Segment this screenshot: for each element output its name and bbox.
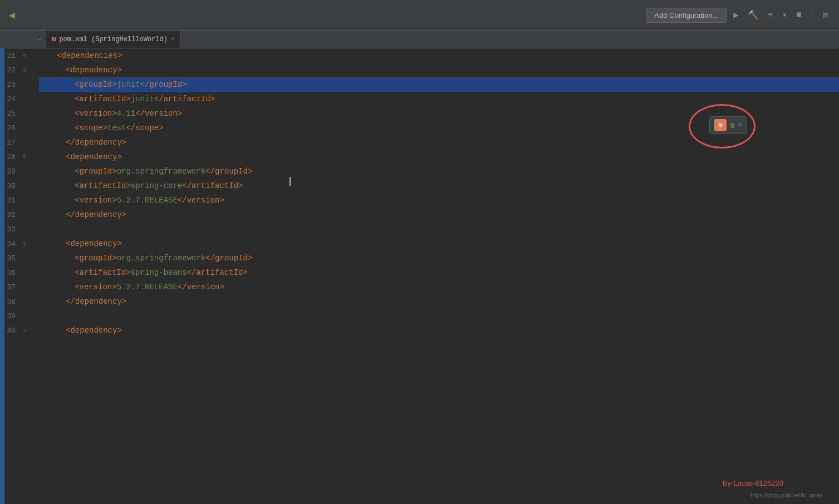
gutter-line-34: 34 ▽ (0, 236, 33, 251)
tab-bar: – m pom.xml (SpringHellloWorld) × (0, 31, 839, 48)
code-line-31[interactable]: <version>5.2.7.RELEASE</version> (39, 193, 839, 207)
maven-popup[interactable]: m ⚙ × (709, 116, 747, 134)
gutter-line-26: 26 (0, 121, 33, 135)
debug-dropdown-icon[interactable]: ▾ (780, 7, 790, 23)
gutter-line-32: 32 (0, 207, 33, 222)
code-line-36[interactable]: <artifactId>spring-beans</artifactId> (39, 265, 839, 280)
gutter-line-29: 29 (0, 164, 33, 179)
code-line-39[interactable] (39, 309, 839, 323)
run-icon[interactable]: ▶ (731, 7, 741, 23)
fold-icon-21[interactable]: ▽ (20, 52, 29, 59)
build-icon[interactable]: 🔨 (745, 7, 761, 23)
gutter-line-40: 40 ▽ (0, 323, 33, 338)
gutter-line-25: 25 (0, 106, 33, 121)
maven-icon: m (714, 119, 727, 131)
coverage-icon[interactable]: ☂ (766, 7, 776, 23)
editor-area: 21 ▽ 22 ▽ 23 24 25 26 27 28 ▽ 29 30 31 3… (0, 48, 839, 504)
gutter-line-39: 39 (0, 309, 33, 323)
tab-close-button[interactable]: × (171, 36, 174, 42)
gutter-line-36: 36 (0, 265, 33, 280)
fold-icon-34[interactable]: ▽ (20, 240, 29, 247)
title-bar-left: ◀ (9, 9, 641, 21)
code-line-34[interactable]: <dependency> (39, 236, 839, 251)
code-line-24[interactable]: <artifactId>junit</artifactId> (39, 92, 839, 106)
gutter-line-21: 21 ▽ (0, 48, 33, 63)
fold-icon-22[interactable]: ▽ (20, 67, 29, 73)
fold-icon-28[interactable]: ▽ (20, 154, 29, 160)
code-line-35[interactable]: <groupId>org.springframework</groupId> (39, 251, 839, 265)
code-line-33[interactable] (39, 222, 839, 236)
gutter-line-24: 24 (0, 92, 33, 106)
title-bar: ◀ Add Configuration... ▶ 🔨 ☂ ▾ ■ | ⊞ (0, 0, 839, 31)
code-line-40[interactable]: <dependency> (39, 323, 839, 338)
code-line-22[interactable]: <dependency> (39, 63, 839, 77)
pom-xml-tab[interactable]: m pom.xml (SpringHellloWorld) × (46, 31, 180, 48)
maven-popup-close-button[interactable]: × (738, 121, 742, 129)
gutter-line-27: 27 (0, 135, 33, 150)
code-line-30[interactable]: <artifactId>spring-core</artifactId> (39, 179, 839, 193)
code-line-21[interactable]: <dependencies> (39, 48, 839, 63)
code-line-38[interactable]: </dependency> (39, 294, 839, 309)
tab-collapse-icon[interactable]: – (33, 36, 46, 43)
fold-icon-40[interactable]: ▽ (20, 327, 29, 334)
watermark-url: https://blog.csdn.net/lc_uonly (750, 492, 822, 498)
back-arrow-icon[interactable]: ◀ (9, 9, 15, 21)
gutter-line-38: 38 (0, 294, 33, 309)
code-line-23[interactable]: <groupId>junit</groupId> (39, 77, 839, 92)
tab-label: pom.xml (SpringHellloWorld) (59, 36, 167, 43)
maven-settings-icon[interactable]: ⚙ (730, 121, 734, 130)
code-line-28[interactable]: <dependency> (39, 150, 839, 164)
gutter-line-22: 22 ▽ (0, 63, 33, 77)
gutter-line-23: 23 (0, 77, 33, 92)
add-configuration-button[interactable]: Add Configuration... (646, 8, 727, 23)
gutter-line-37: 37 (0, 280, 33, 294)
gutter-line-33: 33 (0, 222, 33, 236)
watermark-credit: By-Lucas-6125220 (723, 479, 783, 487)
code-line-37[interactable]: <version>5.2.7.RELEASE</version> (39, 280, 839, 294)
layout-icon[interactable]: ⊞ (820, 7, 830, 23)
gutter-line-35: 35 (0, 251, 33, 265)
stop-icon[interactable]: ■ (794, 8, 804, 22)
gutter-line-28: 28 ▽ (0, 150, 33, 164)
code-line-29[interactable]: <groupId>org.springframework</groupId> (39, 164, 839, 179)
code-line-27[interactable]: </dependency> (39, 135, 839, 150)
gutter-line-30: 30 (0, 179, 33, 193)
gutter-line-31: 31 (0, 193, 33, 207)
code-line-32[interactable]: </dependency> (39, 207, 839, 222)
left-active-strip (0, 48, 4, 504)
line-number-gutter: 21 ▽ 22 ▽ 23 24 25 26 27 28 ▽ 29 30 31 3… (0, 48, 33, 504)
toolbar-separator: | (809, 10, 815, 20)
tab-file-icon: m (52, 36, 56, 43)
